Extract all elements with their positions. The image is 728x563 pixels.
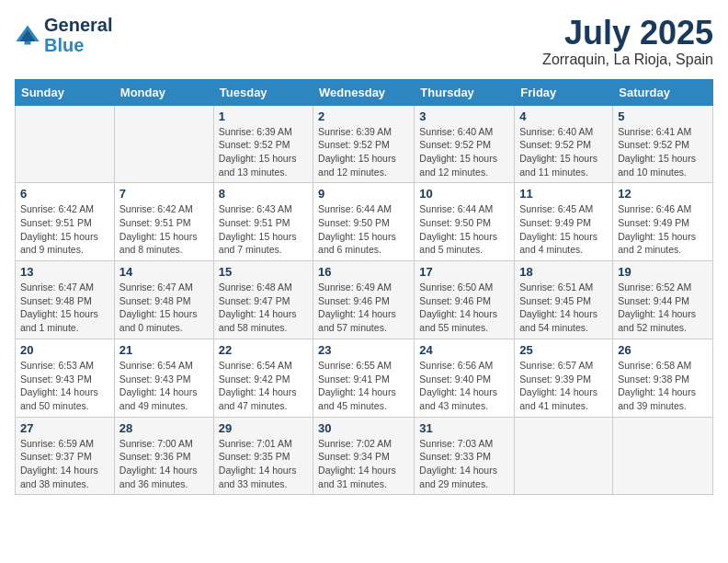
day-info: Sunrise: 6:44 AMSunset: 9:50 PMDaylight:…	[318, 202, 409, 257]
weekday-header-tuesday: Tuesday	[213, 79, 313, 105]
day-info: Sunrise: 6:48 AMSunset: 9:47 PMDaylight:…	[219, 281, 308, 335]
calendar-cell: 16Sunrise: 6:49 AMSunset: 9:46 PMDayligh…	[313, 261, 415, 339]
day-number: 1	[219, 109, 308, 123]
day-info: Sunrise: 6:39 AMSunset: 9:52 PMDaylight:…	[318, 125, 409, 179]
day-info: Sunrise: 6:42 AMSunset: 9:51 PMDaylight:…	[119, 202, 209, 257]
day-number: 17	[419, 265, 509, 279]
calendar-cell: 22Sunrise: 6:54 AMSunset: 9:42 PMDayligh…	[213, 339, 313, 417]
day-number: 12	[618, 187, 708, 201]
day-number: 22	[219, 343, 308, 357]
day-info: Sunrise: 6:39 AMSunset: 9:52 PMDaylight:…	[219, 125, 308, 179]
day-number: 29	[219, 421, 308, 435]
day-number: 14	[119, 265, 209, 279]
calendar-week-2: 6Sunrise: 6:42 AMSunset: 9:51 PMDaylight…	[16, 183, 713, 261]
calendar-subtitle: Zorraquin, La Rioja, Spain	[542, 52, 713, 68]
day-number: 7	[119, 187, 209, 201]
calendar-cell: 14Sunrise: 6:47 AMSunset: 9:48 PMDayligh…	[114, 261, 213, 339]
calendar-body: 1Sunrise: 6:39 AMSunset: 9:52 PMDaylight…	[16, 105, 713, 495]
day-number: 26	[618, 343, 708, 357]
calendar-cell: 20Sunrise: 6:53 AMSunset: 9:43 PMDayligh…	[16, 339, 115, 417]
calendar-cell: 13Sunrise: 6:47 AMSunset: 9:48 PMDayligh…	[16, 261, 115, 339]
svg-rect-2	[25, 41, 31, 45]
logo-general: General	[44, 15, 112, 35]
calendar-cell: 9Sunrise: 6:44 AMSunset: 9:50 PMDaylight…	[313, 183, 415, 261]
day-info: Sunrise: 7:03 AMSunset: 9:33 PMDaylight:…	[419, 437, 509, 491]
page-header: General Blue July 2025 Zorraquin, La Rio…	[15, 15, 713, 68]
day-info: Sunrise: 6:57 AMSunset: 9:39 PMDaylight:…	[519, 359, 608, 413]
calendar-week-4: 20Sunrise: 6:53 AMSunset: 9:43 PMDayligh…	[16, 339, 713, 417]
weekday-row: SundayMondayTuesdayWednesdayThursdayFrid…	[16, 79, 713, 105]
calendar-header: SundayMondayTuesdayWednesdayThursdayFrid…	[16, 79, 713, 105]
calendar-cell: 1Sunrise: 6:39 AMSunset: 9:52 PMDaylight…	[213, 105, 313, 183]
calendar-cell: 27Sunrise: 6:59 AMSunset: 9:37 PMDayligh…	[16, 417, 115, 495]
day-info: Sunrise: 6:43 AMSunset: 9:51 PMDaylight:…	[219, 202, 308, 257]
day-number: 31	[419, 421, 509, 435]
day-number: 13	[20, 265, 109, 279]
calendar-cell: 23Sunrise: 6:55 AMSunset: 9:41 PMDayligh…	[313, 339, 415, 417]
calendar-cell: 11Sunrise: 6:45 AMSunset: 9:49 PMDayligh…	[515, 183, 613, 261]
title-block: July 2025 Zorraquin, La Rioja, Spain	[542, 15, 713, 68]
calendar-cell: 19Sunrise: 6:52 AMSunset: 9:44 PMDayligh…	[613, 261, 713, 339]
day-info: Sunrise: 6:56 AMSunset: 9:40 PMDaylight:…	[419, 359, 509, 413]
calendar-cell	[515, 417, 613, 495]
calendar-cell: 10Sunrise: 6:44 AMSunset: 9:50 PMDayligh…	[415, 183, 515, 261]
day-info: Sunrise: 6:52 AMSunset: 9:44 PMDaylight:…	[618, 281, 708, 335]
day-info: Sunrise: 6:53 AMSunset: 9:43 PMDaylight:…	[20, 359, 109, 413]
calendar-cell: 2Sunrise: 6:39 AMSunset: 9:52 PMDaylight…	[313, 105, 415, 183]
logo-icon	[15, 22, 40, 48]
day-info: Sunrise: 6:49 AMSunset: 9:46 PMDaylight:…	[318, 281, 409, 335]
calendar-cell: 5Sunrise: 6:41 AMSunset: 9:52 PMDaylight…	[613, 105, 713, 183]
day-info: Sunrise: 6:42 AMSunset: 9:51 PMDaylight:…	[20, 202, 109, 257]
calendar-cell: 31Sunrise: 7:03 AMSunset: 9:33 PMDayligh…	[415, 417, 515, 495]
calendar-cell	[114, 105, 213, 183]
calendar-cell: 4Sunrise: 6:40 AMSunset: 9:52 PMDaylight…	[515, 105, 613, 183]
weekday-header-saturday: Saturday	[613, 79, 713, 105]
day-number: 27	[20, 421, 109, 435]
day-number: 24	[419, 343, 509, 357]
day-info: Sunrise: 6:59 AMSunset: 9:37 PMDaylight:…	[20, 437, 109, 491]
calendar-cell: 28Sunrise: 7:00 AMSunset: 9:36 PMDayligh…	[114, 417, 213, 495]
calendar-cell: 18Sunrise: 6:51 AMSunset: 9:45 PMDayligh…	[515, 261, 613, 339]
logo: General Blue	[15, 15, 112, 55]
calendar-title: July 2025	[542, 15, 713, 52]
day-number: 18	[519, 265, 608, 279]
weekday-header-wednesday: Wednesday	[313, 79, 415, 105]
day-info: Sunrise: 7:02 AMSunset: 9:34 PMDaylight:…	[318, 437, 409, 491]
day-number: 2	[318, 109, 409, 123]
day-info: Sunrise: 7:01 AMSunset: 9:35 PMDaylight:…	[219, 437, 308, 491]
calendar-cell: 3Sunrise: 6:40 AMSunset: 9:52 PMDaylight…	[415, 105, 515, 183]
day-info: Sunrise: 6:51 AMSunset: 9:45 PMDaylight:…	[519, 281, 608, 335]
day-info: Sunrise: 6:40 AMSunset: 9:52 PMDaylight:…	[419, 125, 509, 179]
calendar-cell: 7Sunrise: 6:42 AMSunset: 9:51 PMDaylight…	[114, 183, 213, 261]
day-number: 20	[20, 343, 109, 357]
calendar-cell: 26Sunrise: 6:58 AMSunset: 9:38 PMDayligh…	[613, 339, 713, 417]
calendar-cell: 15Sunrise: 6:48 AMSunset: 9:47 PMDayligh…	[213, 261, 313, 339]
day-number: 8	[219, 187, 308, 201]
calendar-week-1: 1Sunrise: 6:39 AMSunset: 9:52 PMDaylight…	[16, 105, 713, 183]
day-info: Sunrise: 6:40 AMSunset: 9:52 PMDaylight:…	[519, 125, 608, 179]
day-number: 9	[318, 187, 409, 201]
day-number: 15	[219, 265, 308, 279]
day-number: 30	[318, 421, 409, 435]
day-info: Sunrise: 7:00 AMSunset: 9:36 PMDaylight:…	[119, 437, 209, 491]
calendar-cell: 6Sunrise: 6:42 AMSunset: 9:51 PMDaylight…	[16, 183, 115, 261]
day-number: 28	[119, 421, 209, 435]
calendar-week-3: 13Sunrise: 6:47 AMSunset: 9:48 PMDayligh…	[16, 261, 713, 339]
logo-blue: Blue	[44, 35, 112, 55]
day-info: Sunrise: 6:50 AMSunset: 9:46 PMDaylight:…	[419, 281, 509, 335]
calendar-cell: 17Sunrise: 6:50 AMSunset: 9:46 PMDayligh…	[415, 261, 515, 339]
day-info: Sunrise: 6:54 AMSunset: 9:43 PMDaylight:…	[119, 359, 209, 413]
calendar-cell: 29Sunrise: 7:01 AMSunset: 9:35 PMDayligh…	[213, 417, 313, 495]
day-number: 3	[419, 109, 509, 123]
weekday-header-thursday: Thursday	[415, 79, 515, 105]
day-number: 19	[618, 265, 708, 279]
day-info: Sunrise: 6:45 AMSunset: 9:49 PMDaylight:…	[519, 202, 608, 257]
day-info: Sunrise: 6:41 AMSunset: 9:52 PMDaylight:…	[618, 125, 708, 179]
weekday-header-sunday: Sunday	[16, 79, 115, 105]
day-number: 10	[419, 187, 509, 201]
day-number: 21	[119, 343, 209, 357]
day-info: Sunrise: 6:47 AMSunset: 9:48 PMDaylight:…	[20, 281, 109, 335]
calendar-cell: 21Sunrise: 6:54 AMSunset: 9:43 PMDayligh…	[114, 339, 213, 417]
calendar-cell: 24Sunrise: 6:56 AMSunset: 9:40 PMDayligh…	[415, 339, 515, 417]
day-info: Sunrise: 6:46 AMSunset: 9:49 PMDaylight:…	[618, 202, 708, 257]
